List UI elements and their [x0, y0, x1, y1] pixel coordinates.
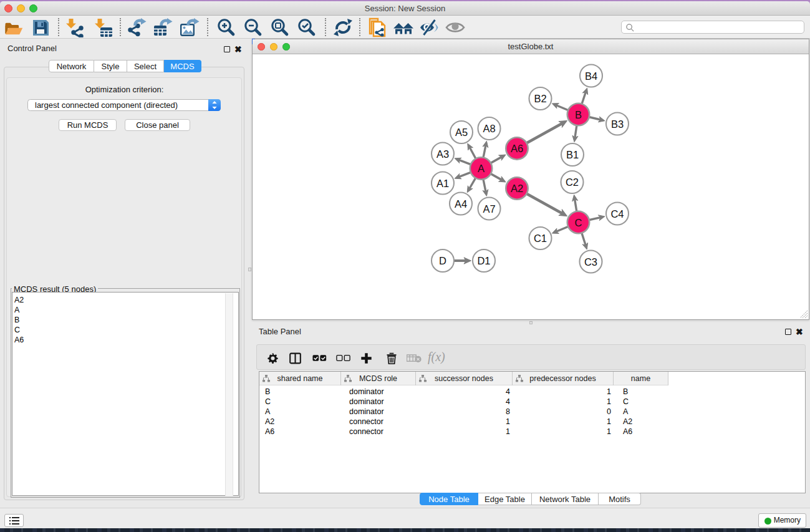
- svg-text:C3: C3: [584, 256, 597, 268]
- svg-text:D: D: [439, 255, 446, 266]
- svg-text:D1: D1: [477, 255, 490, 266]
- svg-text:A1: A1: [436, 178, 449, 189]
- svg-text:A2: A2: [511, 183, 523, 194]
- svg-text:A: A: [478, 163, 485, 174]
- svg-text:A8: A8: [483, 123, 495, 134]
- svg-text:A4: A4: [455, 198, 467, 210]
- svg-text:A5: A5: [455, 127, 468, 138]
- svg-text:A6: A6: [511, 143, 523, 154]
- svg-text:B4: B4: [585, 70, 597, 82]
- svg-text:B1: B1: [566, 149, 579, 160]
- svg-text:C4: C4: [610, 208, 624, 220]
- svg-text:C2: C2: [566, 177, 579, 188]
- svg-text:B: B: [575, 109, 582, 120]
- svg-text:C: C: [575, 217, 582, 228]
- svg-text:A7: A7: [483, 203, 495, 215]
- svg-text:A3: A3: [436, 148, 449, 160]
- svg-text:B3: B3: [611, 118, 624, 130]
- svg-text:B2: B2: [534, 93, 546, 104]
- svg-text:C1: C1: [534, 233, 547, 244]
